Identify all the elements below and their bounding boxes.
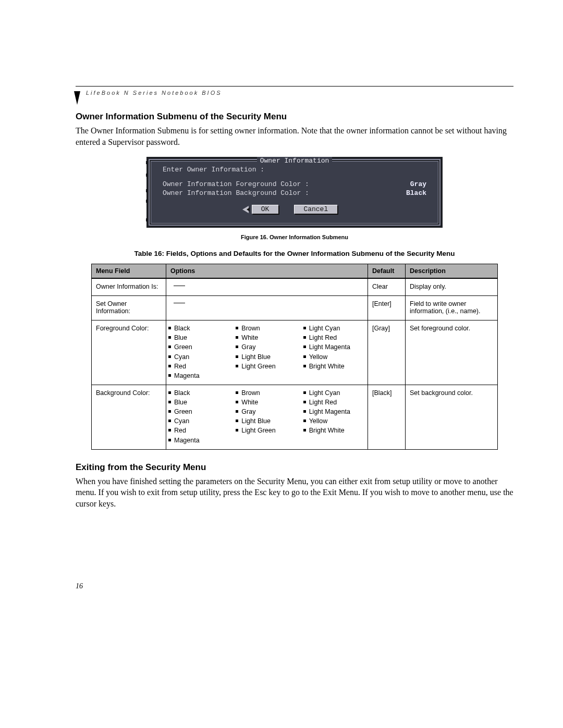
bullet-icon: [168, 410, 171, 413]
option-item: Blue: [168, 398, 230, 407]
bios-bg-label: Owner Information Background Color :: [163, 189, 309, 197]
option-item: Light Magenta: [303, 407, 365, 416]
option-item: Magenta: [168, 371, 230, 380]
option-label: Magenta: [174, 371, 200, 380]
option-label: Red: [174, 362, 186, 371]
fields-table: Menu Field Options Default Description O…: [91, 264, 498, 450]
cell-menu-field: Foreground Color:: [92, 320, 166, 385]
option-item: Yellow: [303, 416, 365, 426]
option-item: Light Red: [303, 333, 365, 342]
cell-description: Set background color.: [406, 385, 498, 449]
option-item: Yellow: [303, 352, 365, 362]
table-row: Foreground Color:BlackBlueGreenCyanRedMa…: [92, 320, 498, 385]
bullet-icon: [303, 365, 306, 367]
bios-enter-owner-label: Enter Owner Information :: [151, 165, 438, 175]
option-label: Green: [174, 342, 192, 352]
th-options: Options: [166, 264, 368, 279]
option-label: Blue: [174, 398, 187, 407]
cell-default: [Enter]: [368, 296, 406, 320]
option-label: Light Blue: [241, 352, 271, 362]
bullet-icon: [303, 401, 306, 403]
bullet-icon: [303, 346, 306, 348]
option-item: Brown: [236, 324, 298, 333]
bullet-icon: [168, 336, 171, 339]
option-item: Gray: [236, 407, 298, 416]
option-label: White: [241, 333, 258, 342]
option-label: Yellow: [309, 416, 328, 426]
bios-fg-value: Gray: [410, 180, 426, 188]
bullet-icon: [168, 346, 171, 348]
figure-caption: Figure 16. Owner Information Submenu: [76, 234, 513, 240]
bullet-icon: [303, 419, 306, 422]
option-item: Light Cyan: [303, 324, 365, 333]
option-item: Green: [168, 342, 230, 352]
option-label: Bright White: [309, 426, 345, 435]
bios-ok-button[interactable]: OK: [252, 205, 279, 214]
cell-options: BlackBlueGreenCyanRedMagentaBrownWhiteGr…: [166, 385, 368, 449]
option-item: Red: [168, 362, 230, 371]
cell-menu-field: Background Color:: [92, 385, 166, 449]
option-label: Cyan: [174, 416, 189, 426]
option-item: Light Blue: [236, 352, 298, 362]
bullet-icon: [303, 336, 306, 339]
option-item: White: [236, 398, 298, 407]
option-item: White: [236, 333, 298, 342]
bios-bg-value: Black: [406, 189, 426, 197]
cell-default: Clear: [368, 278, 406, 296]
option-label: Black: [174, 324, 190, 333]
option-item: Bright White: [303, 362, 365, 371]
option-item: Cyan: [168, 352, 230, 362]
bullet-icon: [168, 439, 171, 441]
table-caption: Table 16: Fields, Options and Defaults f…: [76, 250, 513, 257]
option-item: Gray: [236, 342, 298, 352]
section-paragraph-owner-info: The Owner Information Submenu is for set…: [76, 125, 513, 147]
th-menu-field: Menu Field: [92, 264, 166, 279]
cell-menu-field: Owner Information Is:: [92, 278, 166, 296]
option-item: Cyan: [168, 416, 230, 426]
option-item: Brown: [236, 388, 298, 398]
option-item: Black: [168, 324, 230, 333]
option-item: Red: [168, 426, 230, 435]
bullet-icon: [236, 346, 238, 348]
option-label: Bright White: [309, 362, 345, 371]
th-description: Description: [406, 264, 498, 279]
option-item: Bright White: [303, 426, 365, 435]
section-heading-owner-info: Owner Information Submenu of the Securit…: [76, 112, 513, 122]
cell-options: BlackBlueGreenCyanRedMagentaBrownWhiteGr…: [166, 320, 368, 385]
option-label: Magenta: [174, 436, 200, 445]
bios-cancel-button[interactable]: Cancel: [294, 205, 337, 214]
cell-default: [Gray]: [368, 320, 406, 385]
option-label: Light Green: [241, 362, 275, 371]
section-heading-exiting: Exiting from the Security Menu: [76, 462, 513, 473]
table-row: Owner Information Is:ClearDisplay only.: [92, 278, 498, 296]
table-row: Set Owner Information:[Enter]Field to wr…: [92, 296, 498, 320]
option-label: Cyan: [174, 352, 189, 362]
bullet-icon: [236, 410, 238, 413]
bullet-icon: [236, 429, 238, 431]
bullet-icon: [236, 327, 238, 329]
option-item: Light Magenta: [303, 342, 365, 352]
option-item: Black: [168, 388, 230, 398]
option-item: Magenta: [168, 436, 230, 445]
bullet-icon: [168, 365, 171, 367]
dash-icon: [174, 286, 185, 286]
bullet-icon: [236, 355, 238, 358]
option-label: Light Green: [241, 426, 275, 435]
option-label: Light Red: [309, 398, 337, 407]
option-label: White: [241, 398, 258, 407]
option-label: Gray: [241, 342, 255, 352]
option-label: Black: [174, 388, 190, 398]
header-title: LifeBook N Series Notebook BIOS: [86, 90, 513, 96]
bullet-icon: [236, 391, 238, 394]
option-label: Green: [174, 407, 192, 416]
bios-fg-label: Owner Information Foreground Color :: [163, 180, 309, 188]
option-item: Light Red: [303, 398, 365, 407]
page-header: LifeBook N Series Notebook BIOS: [76, 86, 513, 96]
option-label: Gray: [241, 407, 255, 416]
dash-icon: [174, 303, 185, 303]
bios-title: Owner Information: [257, 157, 333, 165]
bios-screenshot: Owner Information Enter Owner Informatio…: [146, 157, 443, 228]
option-label: Brown: [241, 324, 260, 333]
option-label: Light Magenta: [309, 407, 350, 416]
cell-menu-field: Set Owner Information:: [92, 296, 166, 320]
